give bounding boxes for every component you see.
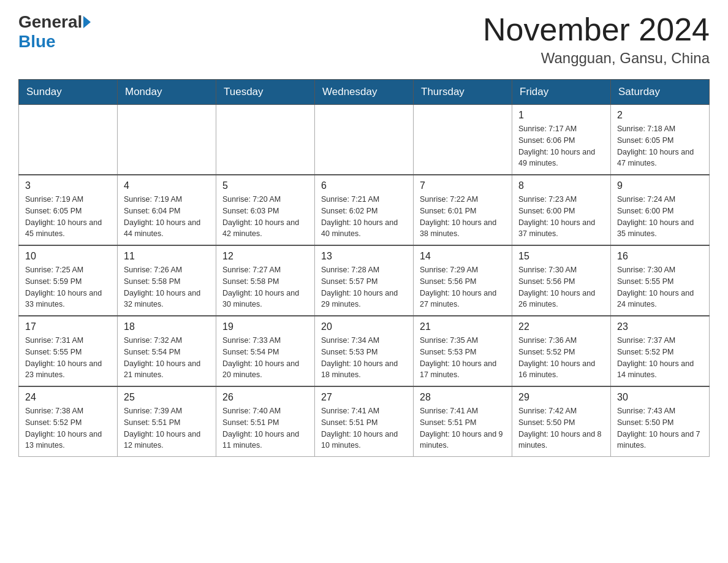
table-row: 26Sunrise: 7:40 AM Sunset: 5:51 PM Dayli…	[216, 386, 315, 457]
day-number: 9	[617, 180, 703, 191]
table-row: 19Sunrise: 7:33 AM Sunset: 5:54 PM Dayli…	[216, 316, 315, 386]
table-row: 25Sunrise: 7:39 AM Sunset: 5:51 PM Dayli…	[118, 386, 216, 457]
calendar-week-row: 1Sunrise: 7:17 AM Sunset: 6:06 PM Daylig…	[19, 105, 710, 175]
table-row: 5Sunrise: 7:20 AM Sunset: 6:03 PM Daylig…	[216, 175, 315, 245]
day-number: 10	[25, 251, 111, 262]
sun-info: Sunrise: 7:24 AM Sunset: 6:00 PM Dayligh…	[617, 194, 703, 240]
sun-info: Sunrise: 7:43 AM Sunset: 5:50 PM Dayligh…	[617, 405, 703, 451]
table-row	[216, 105, 315, 175]
day-number: 3	[25, 180, 111, 191]
day-number: 12	[222, 251, 308, 262]
sun-info: Sunrise: 7:31 AM Sunset: 5:55 PM Dayligh…	[25, 335, 111, 381]
sun-info: Sunrise: 7:41 AM Sunset: 5:51 PM Dayligh…	[420, 405, 506, 451]
day-number: 4	[124, 180, 210, 191]
day-number: 23	[617, 321, 703, 332]
sun-info: Sunrise: 7:23 AM Sunset: 6:00 PM Dayligh…	[518, 194, 604, 240]
day-number: 5	[222, 180, 308, 191]
table-row: 15Sunrise: 7:30 AM Sunset: 5:56 PM Dayli…	[512, 245, 611, 316]
table-row: 24Sunrise: 7:38 AM Sunset: 5:52 PM Dayli…	[19, 386, 118, 457]
header-thursday: Thursday	[414, 80, 512, 105]
table-row: 2Sunrise: 7:18 AM Sunset: 6:05 PM Daylig…	[611, 105, 710, 175]
day-number: 11	[124, 251, 210, 262]
table-row: 23Sunrise: 7:37 AM Sunset: 5:52 PM Dayli…	[611, 316, 710, 386]
sun-info: Sunrise: 7:17 AM Sunset: 6:06 PM Dayligh…	[518, 123, 604, 169]
calendar-week-row: 24Sunrise: 7:38 AM Sunset: 5:52 PM Dayli…	[19, 386, 710, 457]
table-row: 1Sunrise: 7:17 AM Sunset: 6:06 PM Daylig…	[512, 105, 611, 175]
day-number: 8	[518, 180, 604, 191]
logo-arrow-icon	[83, 16, 91, 28]
day-number: 28	[420, 392, 506, 403]
table-row: 27Sunrise: 7:41 AM Sunset: 5:51 PM Dayli…	[315, 386, 414, 457]
day-number: 7	[420, 180, 506, 191]
header-monday: Monday	[118, 80, 216, 105]
table-row: 28Sunrise: 7:41 AM Sunset: 5:51 PM Dayli…	[414, 386, 512, 457]
logo: General Blue	[18, 12, 92, 52]
header-saturday: Saturday	[611, 80, 710, 105]
sun-info: Sunrise: 7:38 AM Sunset: 5:52 PM Dayligh…	[25, 405, 111, 451]
table-row: 12Sunrise: 7:27 AM Sunset: 5:58 PM Dayli…	[216, 245, 315, 316]
sun-info: Sunrise: 7:36 AM Sunset: 5:52 PM Dayligh…	[518, 335, 604, 381]
table-row: 11Sunrise: 7:26 AM Sunset: 5:58 PM Dayli…	[118, 245, 216, 316]
sun-info: Sunrise: 7:19 AM Sunset: 6:04 PM Dayligh…	[124, 194, 210, 240]
table-row: 8Sunrise: 7:23 AM Sunset: 6:00 PM Daylig…	[512, 175, 611, 245]
day-number: 18	[124, 321, 210, 332]
table-row: 18Sunrise: 7:32 AM Sunset: 5:54 PM Dayli…	[118, 316, 216, 386]
sun-info: Sunrise: 7:21 AM Sunset: 6:02 PM Dayligh…	[321, 194, 407, 240]
day-number: 29	[518, 392, 604, 403]
day-number: 26	[222, 392, 308, 403]
table-row: 7Sunrise: 7:22 AM Sunset: 6:01 PM Daylig…	[414, 175, 512, 245]
table-row: 6Sunrise: 7:21 AM Sunset: 6:02 PM Daylig…	[315, 175, 414, 245]
calendar-table: Sunday Monday Tuesday Wednesday Thursday…	[18, 79, 710, 457]
sun-info: Sunrise: 7:41 AM Sunset: 5:51 PM Dayligh…	[321, 405, 407, 451]
table-row: 30Sunrise: 7:43 AM Sunset: 5:50 PM Dayli…	[611, 386, 710, 457]
calendar-week-row: 10Sunrise: 7:25 AM Sunset: 5:59 PM Dayli…	[19, 245, 710, 316]
calendar-week-row: 17Sunrise: 7:31 AM Sunset: 5:55 PM Dayli…	[19, 316, 710, 386]
day-number: 30	[617, 392, 703, 403]
day-number: 21	[420, 321, 506, 332]
day-number: 27	[321, 392, 407, 403]
table-row: 13Sunrise: 7:28 AM Sunset: 5:57 PM Dayli…	[315, 245, 414, 316]
table-row	[19, 105, 118, 175]
sun-info: Sunrise: 7:19 AM Sunset: 6:05 PM Dayligh…	[25, 194, 111, 240]
sun-info: Sunrise: 7:37 AM Sunset: 5:52 PM Dayligh…	[617, 335, 703, 381]
sun-info: Sunrise: 7:35 AM Sunset: 5:53 PM Dayligh…	[420, 335, 506, 381]
day-number: 6	[321, 180, 407, 191]
logo-blue-text: Blue	[18, 32, 56, 52]
title-block: November 2024 Wangguan, Gansu, China	[483, 12, 710, 67]
table-row: 4Sunrise: 7:19 AM Sunset: 6:04 PM Daylig…	[118, 175, 216, 245]
sun-info: Sunrise: 7:18 AM Sunset: 6:05 PM Dayligh…	[617, 123, 703, 169]
day-number: 20	[321, 321, 407, 332]
sun-info: Sunrise: 7:30 AM Sunset: 5:55 PM Dayligh…	[617, 264, 703, 310]
month-title: November 2024	[483, 12, 710, 47]
day-number: 22	[518, 321, 604, 332]
weekday-header-row: Sunday Monday Tuesday Wednesday Thursday…	[19, 80, 710, 105]
table-row: 14Sunrise: 7:29 AM Sunset: 5:56 PM Dayli…	[414, 245, 512, 316]
day-number: 24	[25, 392, 111, 403]
table-row	[118, 105, 216, 175]
sun-info: Sunrise: 7:33 AM Sunset: 5:54 PM Dayligh…	[222, 335, 308, 381]
sun-info: Sunrise: 7:28 AM Sunset: 5:57 PM Dayligh…	[321, 264, 407, 310]
sun-info: Sunrise: 7:30 AM Sunset: 5:56 PM Dayligh…	[518, 264, 604, 310]
header-sunday: Sunday	[19, 80, 118, 105]
day-number: 1	[518, 110, 604, 121]
header-tuesday: Tuesday	[216, 80, 315, 105]
sun-info: Sunrise: 7:39 AM Sunset: 5:51 PM Dayligh…	[124, 405, 210, 451]
sun-info: Sunrise: 7:29 AM Sunset: 5:56 PM Dayligh…	[420, 264, 506, 310]
day-number: 19	[222, 321, 308, 332]
table-row: 16Sunrise: 7:30 AM Sunset: 5:55 PM Dayli…	[611, 245, 710, 316]
table-row: 9Sunrise: 7:24 AM Sunset: 6:00 PM Daylig…	[611, 175, 710, 245]
sun-info: Sunrise: 7:42 AM Sunset: 5:50 PM Dayligh…	[518, 405, 604, 451]
day-number: 14	[420, 251, 506, 262]
table-row: 21Sunrise: 7:35 AM Sunset: 5:53 PM Dayli…	[414, 316, 512, 386]
table-row: 29Sunrise: 7:42 AM Sunset: 5:50 PM Dayli…	[512, 386, 611, 457]
table-row: 20Sunrise: 7:34 AM Sunset: 5:53 PM Dayli…	[315, 316, 414, 386]
logo-general-text: General	[18, 12, 82, 32]
table-row	[315, 105, 414, 175]
sun-info: Sunrise: 7:27 AM Sunset: 5:58 PM Dayligh…	[222, 264, 308, 310]
day-number: 25	[124, 392, 210, 403]
sun-info: Sunrise: 7:22 AM Sunset: 6:01 PM Dayligh…	[420, 194, 506, 240]
sun-info: Sunrise: 7:26 AM Sunset: 5:58 PM Dayligh…	[124, 264, 210, 310]
table-row: 10Sunrise: 7:25 AM Sunset: 5:59 PM Dayli…	[19, 245, 118, 316]
day-number: 16	[617, 251, 703, 262]
page-header: General Blue November 2024 Wangguan, Gan…	[18, 12, 710, 67]
